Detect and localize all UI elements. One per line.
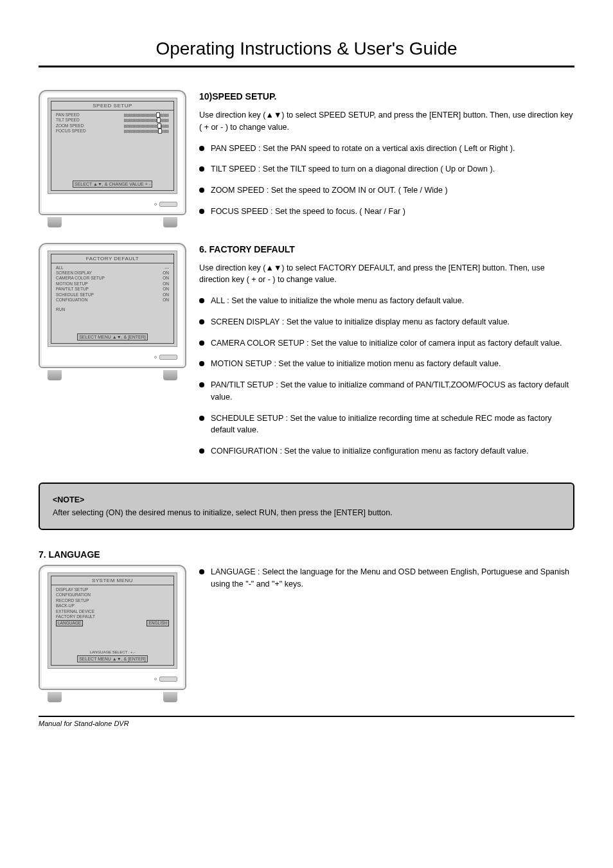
slot-icon xyxy=(159,677,177,682)
slider-label: TILT SPEED xyxy=(56,118,80,123)
menu-item-value: ON xyxy=(163,270,169,276)
slider-label: PAN SPEED xyxy=(56,112,80,118)
slider-row: ZOOM SPEED xyxy=(56,123,169,128)
menu-item-row: SCREEN DISPLAYON xyxy=(56,270,169,276)
screen-title: SYSTEM MENU xyxy=(51,576,173,585)
note-body: After selecting (ON) the desired menus t… xyxy=(53,507,560,518)
bullet-item: ALL : Set the value to initialize the wh… xyxy=(199,295,574,307)
menu-item-value: ON xyxy=(163,281,169,287)
slot-icon xyxy=(159,355,177,360)
slider-knob xyxy=(157,118,161,123)
slider-bar xyxy=(124,130,169,133)
menu-item-row: CAMERA COLOR SETUPON xyxy=(56,276,169,281)
bullet-item: CAMERA COLOR SETUP : Set the value to in… xyxy=(199,337,574,350)
menu-item-selected: LANGUAGEENGLISH xyxy=(56,620,169,626)
bullet-item: SCREEN DISPLAY : Set the value to initia… xyxy=(199,316,574,328)
screen-footer: SELECT MENU ▲▼, & [ENTER] xyxy=(77,333,148,341)
menu-item-value: ON xyxy=(163,292,169,297)
slider-row: FOCUS SPEED xyxy=(56,128,169,134)
bullet-item: SCHEDULE SETUP : Set the value to initia… xyxy=(199,412,574,437)
menu-item-row: ALL--- xyxy=(56,265,169,270)
led-icon xyxy=(154,356,157,359)
menu-item-label: CAMERA COLOR SETUP xyxy=(56,276,105,281)
slider-label: ZOOM SPEED xyxy=(56,123,84,128)
slider-label: FOCUS SPEED xyxy=(56,128,86,134)
page-footer: Manual for Stand-alone DVR xyxy=(39,716,574,727)
menu-item-row: CONFIGUATIONON xyxy=(56,297,169,303)
menu-item: DISPLAY SETUP xyxy=(56,587,169,592)
menu-item-value: ON xyxy=(163,276,169,281)
bullet-item: CONFIGURATION : Set the value to initial… xyxy=(199,445,574,457)
page-title: Operating Instructions & User's Guide xyxy=(39,39,574,67)
menu-item-row: SCHEDULE SETUPON xyxy=(56,292,169,297)
note-box: <NOTE> After selecting (ON) the desired … xyxy=(39,483,574,530)
menu-item-label: MOTION SETUP xyxy=(56,281,87,287)
slider-bar xyxy=(124,114,169,117)
slider-row: PAN SPEED xyxy=(56,112,169,118)
menu-item: FACTORY DEFAULT xyxy=(56,614,169,619)
menu-item-value: ON xyxy=(163,287,169,292)
factory-default-heading: 6. FACTORY DEFAULT xyxy=(199,244,574,254)
screen-footer: SELECT MENU ▲▼, & [ENTER] xyxy=(77,655,148,662)
slider-bar xyxy=(124,119,169,122)
menu-item-row: MOTION SETUPON xyxy=(56,281,169,287)
selected-label: LANGUAGE xyxy=(56,620,83,626)
menu-item-label: SCHEDULE SETUP xyxy=(56,292,94,297)
screen-title: FACTORY DEFAULT xyxy=(51,254,173,263)
menu-item-row: PAN/TILT SETUPON xyxy=(56,287,169,292)
slider-bar xyxy=(124,125,169,128)
menu-item-label: ALL xyxy=(56,265,64,270)
selected-value: ENGLISH xyxy=(147,620,169,626)
menu-item-value: ON xyxy=(163,297,169,303)
menu-item: CONFIGURATION xyxy=(56,592,169,598)
menu-item: EXTERNAL DEVICE xyxy=(56,609,169,614)
bullet-item: FOCUS SPEED : Set the speed to focus. ( … xyxy=(199,206,574,218)
factory-default-row: FACTORY DEFAULT ALL---SCREEN DISPLAYONCA… xyxy=(39,243,574,466)
factory-default-instruction: Use direction key (▲▼) to select FACTORY… xyxy=(199,262,574,287)
menu-item: RECORD SETUP xyxy=(56,598,169,603)
bullet-item: MOTION SETUP : Set the value to initiali… xyxy=(199,358,574,370)
menu-item-label: CONFIGUATION xyxy=(56,297,87,303)
menu-item-label: PAN/TILT SETUP xyxy=(56,287,89,292)
monitor-language: SYSTEM MENU DISPLAY SETUPCONFIGURATIONRE… xyxy=(39,565,186,700)
slider-knob xyxy=(157,123,161,128)
menu-item: BACK-UP xyxy=(56,603,169,608)
bullet-item: ZOOM SPEED : Set the speed to ZOOM IN or… xyxy=(199,184,574,197)
led-icon xyxy=(154,203,157,206)
monitor-factory-default: FACTORY DEFAULT ALL---SCREEN DISPLAYONCA… xyxy=(39,243,186,378)
language-heading: 7. LANGUAGE xyxy=(39,549,574,560)
monitor-speed-setup: SPEED SETUP PAN SPEEDTILT SPEEDZOOM SPEE… xyxy=(39,90,186,225)
bullet-item: PAN/TILT SETUP : Set the value to initia… xyxy=(199,379,574,403)
bullet-item: LANGUAGE : Select the language for the M… xyxy=(199,566,574,590)
slider-knob xyxy=(158,128,162,134)
bullet-item: PAN SPEED : Set the PAN speed to rotate … xyxy=(199,143,574,155)
menu-item-label: SCREEN DISPLAY xyxy=(56,270,92,276)
speed-setup-heading: 10)SPEED SETUP. xyxy=(199,91,574,102)
slot-icon xyxy=(159,202,177,207)
led-icon xyxy=(154,678,157,680)
run-item: RUN xyxy=(56,307,169,312)
screen-footer: SELECT ▲▼, & CHANGE VALUE + - xyxy=(73,181,152,188)
speed-setup-row: SPEED SETUP PAN SPEEDTILT SPEEDZOOM SPEE… xyxy=(39,90,574,227)
screen-title: SPEED SETUP xyxy=(51,102,173,111)
bullet-item: TILT SPEED : Set the TILT speed to turn … xyxy=(199,163,574,175)
menu-item-value: --- xyxy=(165,265,170,270)
slider-row: TILT SPEED xyxy=(56,118,169,123)
speed-setup-instruction: Use direction key (▲▼) to select SPEED S… xyxy=(199,109,574,134)
screen-subfooter: LANGUAGE SELECT : +,- xyxy=(54,650,171,654)
language-row: SYSTEM MENU DISPLAY SETUPCONFIGURATIONRE… xyxy=(39,565,574,700)
slider-knob xyxy=(156,112,160,118)
note-heading: <NOTE> xyxy=(53,494,560,506)
